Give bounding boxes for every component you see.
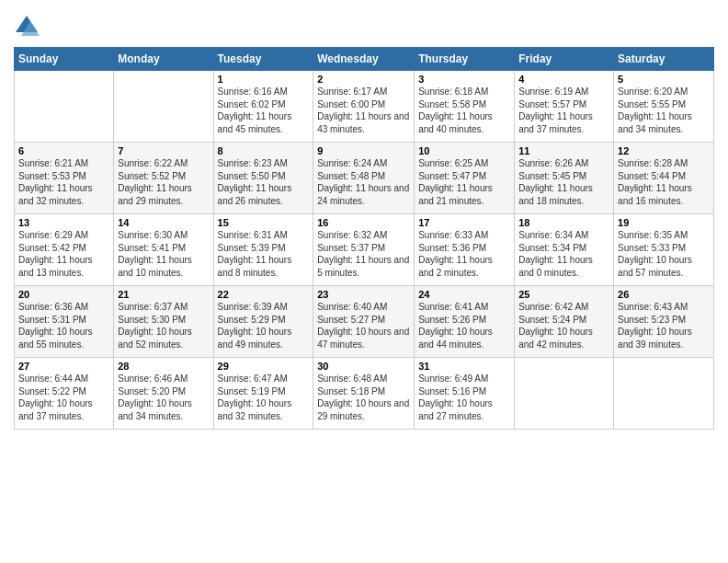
- calendar-week-row: 20Sunrise: 6:36 AMSunset: 5:31 PMDayligh…: [15, 286, 714, 358]
- day-number: 29: [218, 361, 310, 372]
- day-info: Sunrise: 6:31 AMSunset: 5:39 PMDaylight:…: [218, 229, 310, 279]
- day-number: 12: [618, 145, 710, 156]
- day-number: 6: [18, 145, 109, 156]
- calendar-cell: 30Sunrise: 6:48 AMSunset: 5:18 PMDayligh…: [313, 358, 415, 430]
- page: SundayMondayTuesdayWednesdayThursdayFrid…: [0, 0, 728, 563]
- calendar-cell: 24Sunrise: 6:41 AMSunset: 5:26 PMDayligh…: [415, 286, 515, 358]
- calendar-cell: 10Sunrise: 6:25 AMSunset: 5:47 PMDayligh…: [415, 143, 515, 214]
- day-number: 3: [418, 74, 510, 85]
- calendar-cell: 8Sunrise: 6:23 AMSunset: 5:50 PMDaylight…: [213, 143, 313, 214]
- calendar-table: SundayMondayTuesdayWednesdayThursdayFrid…: [14, 47, 714, 430]
- calendar-cell: 2Sunrise: 6:17 AMSunset: 6:00 PMDaylight…: [313, 71, 415, 143]
- day-number: 16: [317, 217, 410, 228]
- day-number: 8: [218, 145, 310, 156]
- day-number: 17: [418, 217, 510, 228]
- day-info: Sunrise: 6:17 AMSunset: 6:00 PMDaylight:…: [317, 86, 410, 135]
- calendar-cell: 31Sunrise: 6:49 AMSunset: 5:16 PMDayligh…: [415, 358, 515, 430]
- calendar-cell: 13Sunrise: 6:29 AMSunset: 5:42 PMDayligh…: [15, 214, 114, 286]
- day-number: 23: [317, 289, 410, 300]
- calendar-cell: 9Sunrise: 6:24 AMSunset: 5:48 PMDaylight…: [313, 143, 415, 214]
- day-info: Sunrise: 6:37 AMSunset: 5:30 PMDaylight:…: [118, 301, 209, 350]
- calendar-header-sunday: Sunday: [15, 48, 114, 71]
- calendar-cell: [515, 358, 614, 430]
- calendar-cell: [15, 71, 114, 143]
- calendar-week-row: 13Sunrise: 6:29 AMSunset: 5:42 PMDayligh…: [15, 214, 714, 286]
- day-number: 27: [18, 361, 109, 372]
- calendar-cell: 26Sunrise: 6:43 AMSunset: 5:23 PMDayligh…: [614, 286, 714, 358]
- calendar-cell: [114, 71, 213, 143]
- day-info: Sunrise: 6:29 AMSunset: 5:42 PMDaylight:…: [18, 229, 109, 279]
- day-info: Sunrise: 6:20 AMSunset: 5:55 PMDaylight:…: [618, 86, 710, 135]
- calendar-header-friday: Friday: [515, 48, 614, 71]
- day-info: Sunrise: 6:44 AMSunset: 5:22 PMDaylight:…: [18, 373, 109, 422]
- day-number: 4: [518, 74, 609, 85]
- day-number: 26: [618, 289, 710, 300]
- calendar-cell: 14Sunrise: 6:30 AMSunset: 5:41 PMDayligh…: [114, 214, 213, 286]
- day-info: Sunrise: 6:30 AMSunset: 5:41 PMDaylight:…: [118, 229, 209, 279]
- calendar-week-row: 27Sunrise: 6:44 AMSunset: 5:22 PMDayligh…: [15, 358, 714, 430]
- calendar-cell: 28Sunrise: 6:46 AMSunset: 5:20 PMDayligh…: [114, 358, 213, 430]
- logo: [14, 14, 43, 40]
- day-info: Sunrise: 6:21 AMSunset: 5:53 PMDaylight:…: [18, 157, 109, 207]
- calendar-header-tuesday: Tuesday: [213, 48, 313, 71]
- day-info: Sunrise: 6:40 AMSunset: 5:27 PMDaylight:…: [317, 301, 410, 350]
- calendar-cell: 19Sunrise: 6:35 AMSunset: 5:33 PMDayligh…: [614, 214, 714, 286]
- calendar-week-row: 1Sunrise: 6:16 AMSunset: 6:02 PMDaylight…: [15, 71, 714, 143]
- day-info: Sunrise: 6:34 AMSunset: 5:34 PMDaylight:…: [518, 229, 609, 279]
- day-number: 5: [618, 74, 710, 85]
- day-number: 28: [118, 361, 209, 372]
- day-number: 30: [317, 361, 410, 372]
- day-number: 7: [118, 145, 209, 156]
- day-info: Sunrise: 6:43 AMSunset: 5:23 PMDaylight:…: [618, 301, 710, 350]
- calendar-cell: 18Sunrise: 6:34 AMSunset: 5:34 PMDayligh…: [515, 214, 614, 286]
- calendar-cell: 15Sunrise: 6:31 AMSunset: 5:39 PMDayligh…: [213, 214, 313, 286]
- calendar-cell: 7Sunrise: 6:22 AMSunset: 5:52 PMDaylight…: [114, 143, 213, 214]
- day-info: Sunrise: 6:23 AMSunset: 5:50 PMDaylight:…: [218, 157, 310, 207]
- day-info: Sunrise: 6:47 AMSunset: 5:19 PMDaylight:…: [218, 373, 310, 422]
- day-info: Sunrise: 6:26 AMSunset: 5:45 PMDaylight:…: [518, 157, 609, 207]
- calendar-header-row: SundayMondayTuesdayWednesdayThursdayFrid…: [15, 48, 714, 71]
- logo-icon: [14, 14, 40, 40]
- calendar-cell: 25Sunrise: 6:42 AMSunset: 5:24 PMDayligh…: [515, 286, 614, 358]
- day-info: Sunrise: 6:39 AMSunset: 5:29 PMDaylight:…: [218, 301, 310, 350]
- day-number: 14: [118, 217, 209, 228]
- day-info: Sunrise: 6:48 AMSunset: 5:18 PMDaylight:…: [317, 373, 410, 422]
- calendar-cell: 21Sunrise: 6:37 AMSunset: 5:30 PMDayligh…: [114, 286, 213, 358]
- calendar-cell: 23Sunrise: 6:40 AMSunset: 5:27 PMDayligh…: [313, 286, 415, 358]
- day-number: 9: [317, 145, 410, 156]
- day-info: Sunrise: 6:41 AMSunset: 5:26 PMDaylight:…: [418, 301, 510, 350]
- day-number: 18: [518, 217, 609, 228]
- calendar-header-saturday: Saturday: [614, 48, 714, 71]
- calendar-header-thursday: Thursday: [415, 48, 515, 71]
- day-info: Sunrise: 6:28 AMSunset: 5:44 PMDaylight:…: [618, 157, 710, 207]
- calendar-cell: 27Sunrise: 6:44 AMSunset: 5:22 PMDayligh…: [15, 358, 114, 430]
- calendar-cell: 16Sunrise: 6:32 AMSunset: 5:37 PMDayligh…: [313, 214, 415, 286]
- day-info: Sunrise: 6:19 AMSunset: 5:57 PMDaylight:…: [518, 86, 609, 135]
- day-number: 25: [518, 289, 609, 300]
- day-number: 15: [218, 217, 310, 228]
- day-info: Sunrise: 6:49 AMSunset: 5:16 PMDaylight:…: [418, 373, 510, 422]
- day-number: 21: [118, 289, 209, 300]
- day-number: 1: [218, 74, 310, 85]
- day-info: Sunrise: 6:35 AMSunset: 5:33 PMDaylight:…: [618, 229, 710, 279]
- day-info: Sunrise: 6:36 AMSunset: 5:31 PMDaylight:…: [18, 301, 109, 350]
- day-info: Sunrise: 6:46 AMSunset: 5:20 PMDaylight:…: [118, 373, 209, 422]
- calendar-cell: 5Sunrise: 6:20 AMSunset: 5:55 PMDaylight…: [614, 71, 714, 143]
- day-number: 24: [418, 289, 510, 300]
- calendar-cell: 22Sunrise: 6:39 AMSunset: 5:29 PMDayligh…: [213, 286, 313, 358]
- calendar-cell: [614, 358, 714, 430]
- day-info: Sunrise: 6:24 AMSunset: 5:48 PMDaylight:…: [317, 157, 410, 207]
- calendar-cell: 12Sunrise: 6:28 AMSunset: 5:44 PMDayligh…: [614, 143, 714, 214]
- calendar-cell: 6Sunrise: 6:21 AMSunset: 5:53 PMDaylight…: [15, 143, 114, 214]
- day-number: 20: [18, 289, 109, 300]
- day-info: Sunrise: 6:42 AMSunset: 5:24 PMDaylight:…: [518, 301, 609, 350]
- calendar-header-wednesday: Wednesday: [313, 48, 415, 71]
- calendar-week-row: 6Sunrise: 6:21 AMSunset: 5:53 PMDaylight…: [15, 143, 714, 214]
- calendar-cell: 29Sunrise: 6:47 AMSunset: 5:19 PMDayligh…: [213, 358, 313, 430]
- day-number: 10: [418, 145, 510, 156]
- day-info: Sunrise: 6:18 AMSunset: 5:58 PMDaylight:…: [418, 86, 510, 135]
- day-number: 11: [518, 145, 609, 156]
- day-info: Sunrise: 6:33 AMSunset: 5:36 PMDaylight:…: [418, 229, 510, 279]
- day-number: 22: [218, 289, 310, 300]
- day-number: 2: [317, 74, 410, 85]
